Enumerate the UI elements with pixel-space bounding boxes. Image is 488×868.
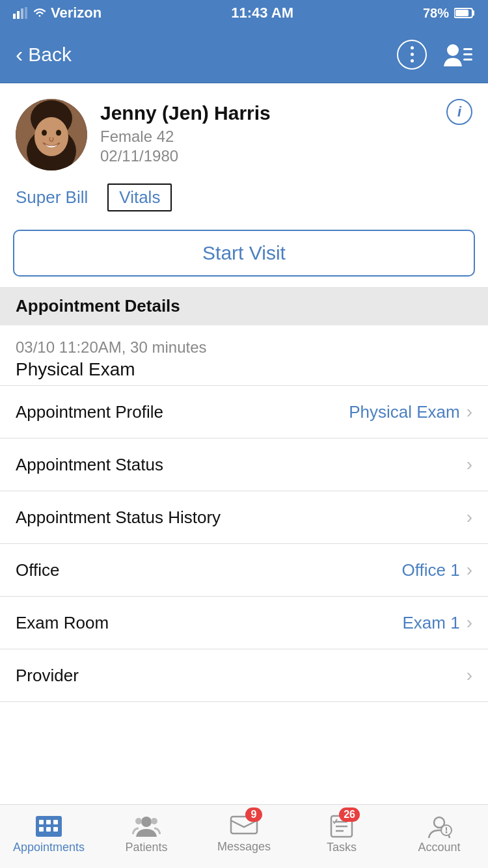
svg-point-24 [141,817,152,827]
chevron-right-icon-3: › [467,560,472,580]
account-tab-icon [425,815,454,838]
svg-rect-3 [25,7,27,19]
patients-tab-icon [132,815,161,838]
svg-rect-5 [472,10,474,16]
appointment-list: Appointment Profile Physical Exam › Appo… [0,385,488,702]
svg-rect-18 [39,820,44,824]
svg-rect-1 [17,11,20,19]
svg-rect-23 [53,827,58,832]
back-chevron-icon: ‹ [16,43,23,65]
patient-info: Jenny (Jen) Harris Female 42 02/11/1980 [100,99,472,165]
appointment-status-history-right: › [467,507,472,528]
appointment-status-label: Appointment Status [16,455,163,475]
svg-rect-21 [39,827,44,832]
tab-appointments[interactable]: Appointments [0,805,98,868]
svg-rect-20 [53,820,58,824]
chevron-right-icon-4: › [467,612,472,633]
office-row[interactable]: Office Office 1 › [0,544,488,596]
office-value: Office 1 [402,560,460,580]
appointment-status-history-label: Appointment Status History [16,508,221,528]
svg-point-36 [446,832,448,834]
dots-icon [397,40,427,70]
tasks-tab-label: Tasks [327,841,357,854]
exam-room-right: Exam 1 › [403,612,472,633]
appointment-status-row[interactable]: Appointment Status › [0,439,488,491]
appointments-tab-icon [34,815,63,838]
back-button[interactable]: ‹ Back [16,44,72,66]
tab-patients[interactable]: Patients [98,805,195,868]
svg-rect-10 [463,59,472,61]
carrier-label: Verizon [51,5,102,21]
wifi-icon [33,8,47,18]
profile-menu-icon [442,42,472,68]
svg-rect-6 [455,10,468,16]
appointment-status-right: › [467,454,472,475]
appointment-profile-right: Physical Exam › [349,401,472,422]
svg-rect-22 [46,827,51,832]
profile-menu-button[interactable] [442,42,472,68]
battery-percentage: 78% [423,6,449,21]
back-label: Back [28,44,72,66]
svg-point-26 [151,818,157,824]
start-visit-container: Start Visit [0,222,488,287]
divider-6 [0,701,488,702]
avatar-image [16,99,87,170]
patient-dob: 02/11/1980 [100,147,472,165]
appointment-datetime: 03/10 11:20AM, 30 minutes [16,338,472,357]
tasks-badge: 26 [339,807,360,822]
battery-icon [454,7,475,19]
more-options-button[interactable] [397,40,427,70]
appointment-profile-label: Appointment Profile [16,402,163,422]
tab-messages[interactable]: 9 Messages [195,805,293,868]
svg-rect-9 [463,53,472,55]
dot3 [411,59,414,62]
chevron-right-icon-0: › [467,401,472,422]
svg-rect-0 [13,14,16,19]
office-right: Office 1 › [402,560,472,580]
svg-rect-8 [463,48,472,50]
dot2 [411,53,414,56]
quick-links: Super Bill Vitals [0,181,488,222]
provider-row[interactable]: Provider › [0,649,488,701]
patients-tab-label: Patients [125,841,167,854]
svg-rect-2 [21,8,23,19]
svg-rect-19 [46,820,51,824]
office-label: Office [16,560,59,580]
nav-right-actions [397,40,472,70]
exam-room-label: Exam Room [16,613,109,633]
account-tab-label: Account [418,841,460,854]
tab-account[interactable]: Account [390,805,488,868]
status-right: 78% [423,6,475,21]
appointment-status-history-row[interactable]: Appointment Status History › [0,491,488,543]
dot1 [411,46,414,49]
appointment-type: Physical Exam [16,359,472,380]
patient-header: Jenny (Jen) Harris Female 42 02/11/1980 … [0,83,488,181]
nav-bar: ‹ Back [0,26,488,83]
patient-gender: Female 42 [100,128,472,146]
start-visit-button[interactable]: Start Visit [13,230,475,277]
appointments-tab-label: Appointments [13,841,85,854]
tab-tasks[interactable]: 26 Tasks [293,805,390,868]
appointment-details-header: Appointment Details [0,287,488,325]
patient-name: Jenny (Jen) Harris [100,102,472,125]
provider-right: › [467,665,472,686]
status-time: 11:43 AM [231,5,293,21]
svg-point-14 [34,117,68,156]
exam-room-row[interactable]: Exam Room Exam 1 › [0,597,488,649]
provider-label: Provider [16,666,79,686]
appointment-profile-value: Physical Exam [349,402,460,422]
chevron-right-icon-2: › [467,507,472,528]
vitals-link[interactable]: Vitals [107,183,172,211]
status-left: Verizon [13,5,102,21]
info-icon-button[interactable]: i [446,99,472,125]
signal-icon [13,7,29,19]
svg-point-25 [135,818,142,824]
main-content: Jenny (Jen) Harris Female 42 02/11/1980 … [0,83,488,767]
patient-avatar [16,99,87,170]
appointment-profile-row[interactable]: Appointment Profile Physical Exam › [0,386,488,438]
tab-bar: Appointments Patients 9 Messages 26 [0,804,488,868]
svg-point-7 [447,44,459,56]
exam-room-value: Exam 1 [403,613,460,633]
super-bill-link[interactable]: Super Bill [16,187,88,208]
chevron-right-icon-5: › [467,665,472,686]
